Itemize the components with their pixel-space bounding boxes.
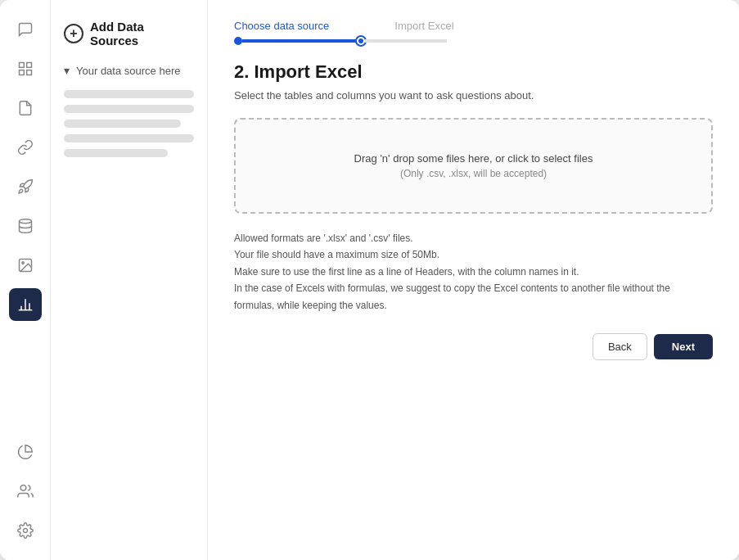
skeleton-bar-1 <box>64 90 194 98</box>
steps-bar-row <box>234 37 713 45</box>
step1-label: Choose data source <box>234 20 329 32</box>
pie-chart-icon[interactable] <box>9 436 42 468</box>
steps-row: Choose data source Import Excel <box>234 20 713 45</box>
database-icon[interactable] <box>9 210 42 242</box>
next-button[interactable]: Next <box>654 334 713 359</box>
steps-mid-dot <box>357 37 365 45</box>
svg-point-11 <box>20 485 26 491</box>
dropzone-main-text: Drag 'n' drop some files here, or click … <box>354 152 593 165</box>
svg-rect-0 <box>19 63 24 68</box>
svg-rect-2 <box>19 70 24 75</box>
image-icon[interactable] <box>9 249 42 282</box>
data-source-label: Your data source here <box>76 65 180 77</box>
info-section: Allowed formats are '.xlsx' and '.csv' f… <box>234 230 713 314</box>
add-data-source-button[interactable]: + <box>64 24 83 43</box>
back-button[interactable]: Back <box>593 333 647 360</box>
skeleton-bar-2 <box>64 105 194 113</box>
svg-rect-1 <box>26 63 31 68</box>
info-line-4: In the case of Excels with formulas, we … <box>234 280 713 314</box>
settings-icon[interactable] <box>9 514 42 547</box>
steps-start-dot <box>234 37 242 45</box>
svg-point-6 <box>21 262 23 264</box>
step2-label: Import Excel <box>394 20 453 32</box>
sidebar-skeleton <box>51 90 207 157</box>
info-line-3: Make sure to use the first line as a lin… <box>234 264 713 280</box>
steps-bar-line-active <box>242 39 357 43</box>
document-icon[interactable] <box>9 92 42 124</box>
sidebar-data-source-row[interactable]: ▾ Your data source here <box>51 61 207 90</box>
info-line-1: Allowed formats are '.xlsx' and '.csv' f… <box>234 230 713 246</box>
skeleton-bar-3 <box>64 120 181 128</box>
main-content: Choose data source Import Excel 2. Impor… <box>208 0 739 560</box>
svg-point-12 <box>23 529 27 533</box>
nav-icons <box>0 0 51 560</box>
chart-bar-icon[interactable] <box>9 288 42 321</box>
svg-point-4 <box>19 219 31 224</box>
rocket-icon[interactable] <box>9 170 42 203</box>
info-line-2: Your file should have a maximum size of … <box>234 246 713 263</box>
chevron-down-icon: ▾ <box>64 64 70 77</box>
buttons-row: Back Next <box>234 333 713 360</box>
sidebar-header: + Add Data Sources <box>51 13 207 61</box>
dropzone-sub-text: (Only .csv, .xlsx, will be accepted) <box>400 168 547 179</box>
skeleton-bar-5 <box>64 149 168 157</box>
skeleton-bar-4 <box>64 134 194 142</box>
users-icon[interactable] <box>9 475 42 508</box>
chat-icon[interactable] <box>9 13 42 46</box>
page-subtitle: Select the tables and columns you want t… <box>234 89 713 102</box>
link-icon[interactable] <box>9 131 42 164</box>
svg-rect-3 <box>26 70 31 75</box>
app-window: + Add Data Sources ▾ Your data source he… <box>0 0 739 560</box>
dashboard-icon[interactable] <box>9 52 42 85</box>
steps-labels: Choose data source Import Excel <box>234 20 713 32</box>
sidebar: + Add Data Sources ▾ Your data source he… <box>51 0 208 560</box>
sidebar-title: Add Data Sources <box>90 20 194 47</box>
file-drop-zone[interactable]: Drag 'n' drop some files here, or click … <box>234 118 713 214</box>
steps-bar-line-inactive <box>365 39 447 43</box>
page-title: 2. Import Excel <box>234 61 713 83</box>
